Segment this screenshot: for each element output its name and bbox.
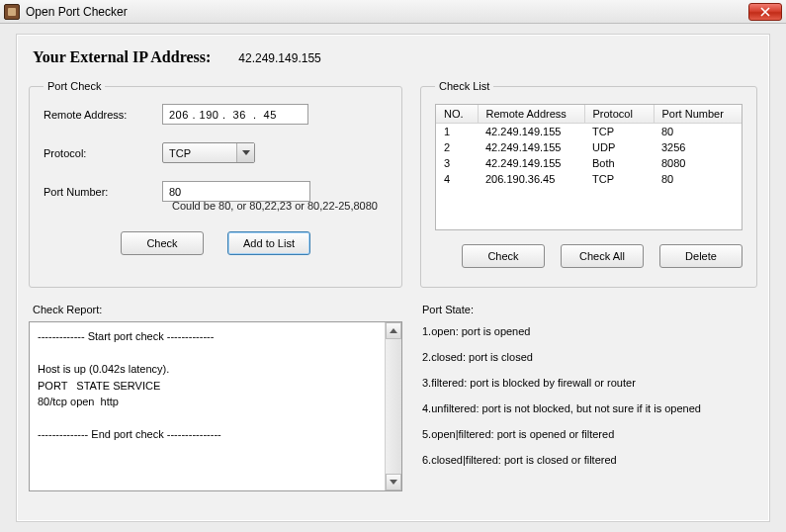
table-cell: TCP [584,124,654,139]
col-port-number[interactable]: Port Number [654,105,742,124]
external-ip-label: Your External IP Address: [33,48,211,66]
table-cell: 42.249.149.155 [478,124,584,139]
table-cell: Both [584,155,654,171]
col-remote-address[interactable]: Remote Address [478,105,584,124]
close-icon [760,7,770,17]
scroll-up-icon[interactable] [386,322,401,339]
table-cell: 206.190.36.45 [478,171,584,187]
delete-button[interactable]: Delete [659,244,742,268]
table-row[interactable]: 242.249.149.155UDP3256 [436,139,742,155]
titlebar: Open Port Checker [0,0,786,24]
check-report-text: ------------- Start port check ---------… [38,330,221,440]
port-hint: Could be 80, or 80,22,23 or 80,22-25,808… [172,200,388,212]
protocol-select[interactable]: TCP [162,142,255,163]
table-cell: 2 [436,139,478,155]
protocol-value: TCP [163,147,191,159]
remote-address-input[interactable] [162,104,308,125]
chevron-down-icon [236,143,254,162]
port-state-line: 3.filtered: port is blocked by firewall … [422,377,757,389]
table-cell: 42.249.149.155 [478,139,584,155]
table-cell: 4 [436,171,478,187]
list-check-button[interactable]: Check [462,244,545,268]
scroll-down-icon[interactable] [386,474,401,490]
table-cell: 3 [436,155,478,171]
add-to-list-button[interactable]: Add to List [227,231,310,255]
protocol-label: Protocol: [44,147,152,159]
port-state-line: 1.open: port is opened [422,325,757,337]
main-panel: Your External IP Address: 42.249.149.155… [16,34,770,522]
app-icon [4,4,20,20]
check-report-label: Check Report: [33,304,402,315]
table-cell: 80 [654,171,742,187]
check-list-group: Check List NO. Remote Address Protocol P… [420,80,757,288]
port-state-header: Port State: [422,304,757,315]
port-number-label: Port Number: [44,186,152,198]
port-check-legend: Port Check [44,80,105,92]
check-report-textarea[interactable]: ------------- Start port check ---------… [29,321,402,491]
scrollbar[interactable] [385,322,401,490]
table-cell: TCP [584,171,654,187]
external-ip-value: 42.249.149.155 [238,51,320,65]
port-state-line: 2.closed: port is closed [422,351,757,363]
external-ip-line: Your External IP Address: 42.249.149.155 [33,48,757,66]
check-list-legend: Check List [435,80,493,92]
port-check-group: Port Check Remote Address: Protocol: TCP… [29,80,402,288]
col-no[interactable]: NO. [436,105,478,124]
table-cell: 1 [436,124,478,139]
port-state-line: 6.closed|filtered: port is closed or fil… [422,454,757,466]
check-all-button[interactable]: Check All [561,244,644,268]
col-protocol[interactable]: Protocol [584,105,654,124]
close-button[interactable] [748,3,782,21]
port-state-line: 5.open|filtered: port is opened or filte… [422,428,757,440]
table-row[interactable]: 142.249.149.155TCP80 [436,124,742,139]
table-row[interactable]: 342.249.149.155Both8080 [436,155,742,171]
port-state-line: 4.unfiltered: port is not blocked, but n… [422,402,757,414]
window-title: Open Port Checker [26,5,128,19]
table-cell: 3256 [654,139,742,155]
table-cell: UDP [584,139,654,155]
table-row[interactable]: 4206.190.36.45TCP80 [436,171,742,187]
check-list-grid[interactable]: NO. Remote Address Protocol Port Number … [435,104,742,230]
remote-address-label: Remote Address: [44,109,152,121]
check-button[interactable]: Check [121,231,204,255]
port-state-info: Port State: 1.open: port is opened 2.clo… [420,304,757,480]
port-number-input[interactable] [162,181,310,202]
table-cell: 8080 [654,155,742,171]
table-cell: 42.249.149.155 [478,155,584,171]
table-cell: 80 [654,124,742,139]
